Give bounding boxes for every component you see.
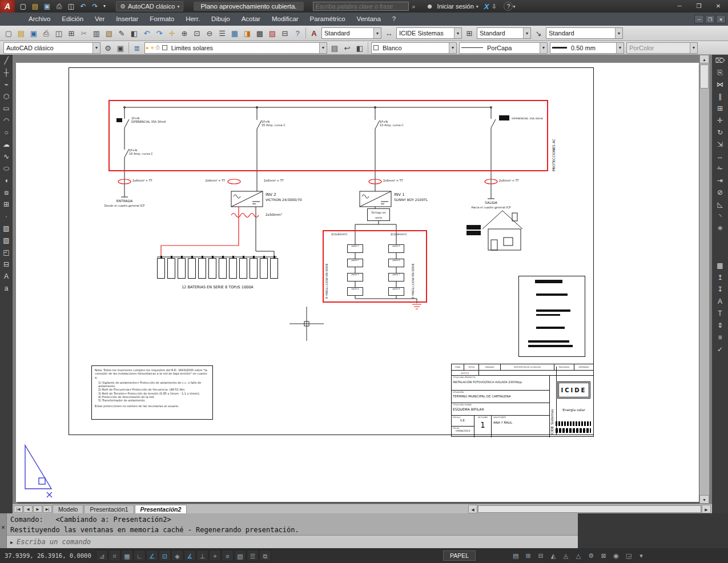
revision-cloud-icon[interactable]: ☁ [0, 139, 13, 151]
coordinates-readout[interactable]: 37.9399, 26.3916, 0.0000 [0, 552, 96, 559]
ellipse-icon[interactable]: ⬭ [0, 163, 13, 175]
qat-undo-icon[interactable]: ↶ [77, 1, 89, 12]
workspace-switcher[interactable]: ⚙ AutoCAD clásico ▾ [116, 1, 183, 11]
modificar-menu[interactable]: Modificar [266, 13, 304, 26]
multiline-text-icon[interactable]: A [0, 271, 13, 283]
region-icon[interactable]: ◰ [0, 247, 13, 259]
horizontal-scrollbar[interactable]: ◀ ▶ [468, 505, 711, 513]
plot-preview-icon[interactable]: ◫ [53, 27, 65, 39]
toolbar-lock-icon[interactable]: ⊠ [598, 550, 609, 561]
dim-style-icon[interactable]: ↔ [383, 27, 395, 39]
paper-sheet[interactable]: PROTECCIONES AC 1F+NDIFERENCIAL 35A 30mA… [16, 63, 699, 502]
scroll-left-icon[interactable]: ◀ [468, 505, 477, 513]
table-icon[interactable]: ⊟ [0, 259, 13, 271]
prev-tab-button[interactable]: ◀ [23, 505, 33, 513]
new-icon[interactable]: ▢ [2, 27, 15, 39]
first-tab-button[interactable]: |◀ [14, 505, 23, 513]
selection-cycling-toggle[interactable]: ⧉ [259, 550, 271, 561]
rectangle-icon[interactable]: ▭ [0, 103, 13, 115]
hatch-icon[interactable]: ▨ [0, 223, 13, 235]
snap-toggle[interactable]: ⌗ [108, 550, 120, 561]
qat-plot-preview-icon[interactable]: ◫ [65, 1, 77, 12]
model-tab-icon[interactable]: ▤ [510, 550, 521, 561]
gradient-icon[interactable]: ▧ [0, 235, 13, 247]
color-combo[interactable]: Blanco ▼ [371, 42, 457, 54]
lwt-toggle[interactable]: ≡ [222, 550, 234, 561]
scroll-up-icon[interactable]: ▲ [699, 55, 709, 63]
quick-properties-toggle[interactable]: ☰ [247, 550, 259, 561]
publish-icon[interactable]: ⊞ [65, 27, 78, 39]
sheet-set-manager-icon[interactable]: ▩ [254, 27, 266, 39]
archivo-menu[interactable]: Archivo [23, 13, 56, 26]
cut-icon[interactable]: ✂ [78, 27, 90, 39]
zoom-window-icon[interactable]: ⊡ [191, 27, 203, 39]
plot-icon[interactable]: ⎙ [40, 27, 53, 39]
explode-icon[interactable]: ✳ [712, 223, 728, 235]
quick-view-drawings-icon[interactable]: ⊟ [535, 550, 546, 561]
status-menu-icon[interactable]: ▾ [636, 550, 647, 561]
mirror-icon[interactable]: ⋈ [712, 79, 728, 91]
spline-icon[interactable]: ∿ [0, 151, 13, 163]
layer-plot-icon[interactable]: ⎙ [156, 45, 160, 51]
doc-minimize-button[interactable]: ─ [694, 15, 704, 23]
copy-clip-icon[interactable]: ▥ [90, 27, 103, 39]
quick-calc-icon[interactable]: ⊟ [279, 27, 291, 39]
otrack-toggle[interactable]: ∡ [184, 550, 196, 561]
tab-presentacion2[interactable]: Presentación2 [135, 505, 187, 513]
dim-style-combo[interactable]: ICIDE Sistemas ▼ [396, 27, 462, 39]
block-editor-icon[interactable]: ◧ [128, 27, 140, 39]
communication-center-icon[interactable]: ⇩ [489, 1, 499, 11]
last-tab-button[interactable]: ▶| [43, 505, 52, 513]
horizontal-scroll-thumb[interactable] [478, 505, 701, 513]
acotar-menu[interactable]: Acotar [236, 13, 266, 26]
qat-plot-icon[interactable]: ⎙ [53, 1, 65, 12]
workspace-settings-icon[interactable]: ⚙ [102, 42, 114, 54]
send-to-back-icon[interactable]: ↧ [712, 284, 728, 296]
qat-new-icon[interactable]: ▢ [17, 1, 29, 12]
construction-line-icon[interactable]: ┼ [0, 67, 13, 79]
line-icon[interactable]: ╱ [0, 55, 13, 67]
transparency-toggle[interactable]: ▧ [234, 550, 246, 561]
justify-text-icon[interactable]: ≡ [712, 332, 728, 344]
scroll-down-icon[interactable]: ▼ [699, 495, 709, 504]
stretch-icon[interactable]: ↔ [712, 151, 728, 163]
ellipse-arc-icon[interactable]: ◖ [0, 175, 13, 187]
layer-properties-icon[interactable]: ≣ [131, 42, 143, 54]
user-interface-icon[interactable]: ▣ [114, 42, 127, 54]
osnap-toggle[interactable]: ⊡ [159, 550, 171, 561]
clean-screen-icon[interactable]: ◲ [623, 550, 634, 561]
polar-toggle[interactable]: ∠ [146, 550, 158, 561]
command-window-grip[interactable]: ✕ [0, 513, 7, 548]
properties-icon[interactable]: ☰ [216, 27, 228, 39]
insert-block-icon[interactable]: ⧈ [0, 187, 13, 199]
paper-model-toggle[interactable]: PAPEL [443, 550, 476, 561]
scroll-right-icon[interactable]: ▶ [702, 505, 711, 513]
copy-icon[interactable]: ⎘ [712, 67, 728, 79]
vertical-scrollbar[interactable]: ▲ ▼ [699, 55, 709, 504]
point-icon[interactable]: ∙ [0, 211, 13, 223]
single-line-text-icon[interactable]: a [0, 283, 13, 295]
undo-icon[interactable]: ↶ [140, 27, 153, 39]
open-icon[interactable]: ▤ [15, 27, 27, 39]
qat-save-icon[interactable]: ▣ [41, 1, 53, 12]
table-style-combo[interactable]: Standard ▼ [477, 27, 531, 39]
offset-icon[interactable]: ∥ [712, 91, 728, 103]
hardware-acceleration-icon[interactable]: ◉ [610, 550, 622, 561]
multileader-style-combo[interactable]: Standard ▼ [546, 27, 623, 39]
bring-to-front-icon[interactable]: ↥ [712, 272, 728, 284]
qat-menu-icon[interactable]: ▾ [101, 1, 108, 12]
scale-icon[interactable]: ⇲ [712, 139, 728, 151]
design-center-icon[interactable]: ▦ [228, 27, 241, 39]
dyn-toggle[interactable]: ⌖ [209, 550, 221, 561]
qat-redo-icon[interactable]: ↷ [89, 1, 101, 12]
close-button[interactable]: ✕ [709, 1, 728, 12]
help-icon[interactable]: ? [504, 2, 513, 11]
close-icon[interactable]: ✕ [1, 525, 6, 530]
workspace-switching-icon[interactable]: ⚙ [585, 550, 597, 561]
infer-constraints-toggle[interactable]: ⊿ [96, 550, 108, 561]
lineweight-combo[interactable]: 0.50 mm ▼ [550, 42, 624, 54]
markup-set-manager-icon[interactable]: ▨ [266, 27, 279, 39]
break-icon[interactable]: ⊘ [712, 187, 728, 199]
doc-close-button[interactable]: ✕ [716, 15, 726, 23]
drawing-area[interactable]: PROTECCIONES AC 1F+NDIFERENCIAL 35A 30mA… [13, 55, 712, 504]
